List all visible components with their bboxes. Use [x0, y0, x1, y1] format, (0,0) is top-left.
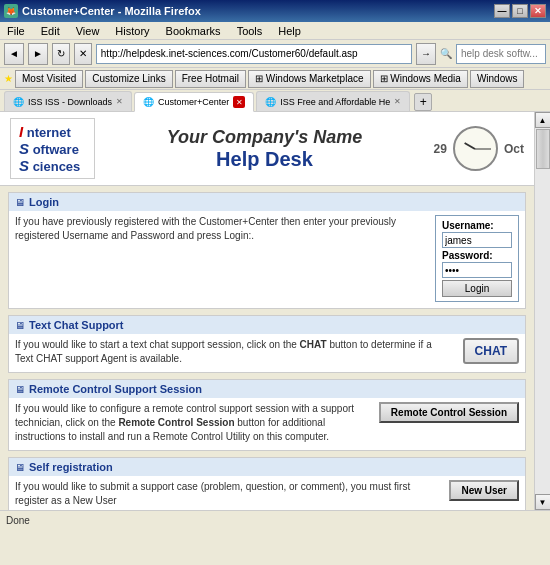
remote-body: If you would like to configure a remote …	[9, 398, 525, 450]
username-input[interactable]	[442, 232, 512, 248]
login-button[interactable]: Login	[442, 280, 512, 297]
tabs-bar: 🌐 ISS ISS - Downloads ✕ 🌐 Customer+Cente…	[0, 90, 550, 112]
registration-text: If you would like to submit a support ca…	[15, 480, 439, 508]
menu-edit[interactable]: Edit	[38, 24, 63, 38]
scroll-thumb[interactable]	[536, 129, 550, 169]
close-button[interactable]: ✕	[530, 4, 546, 18]
bookmarks-star-icon: ★	[4, 73, 13, 84]
registration-section-header: 🖥 Self registration	[9, 458, 525, 476]
stop-button[interactable]: ✕	[74, 43, 92, 65]
remote-section: 🖥 Remote Control Support Session If you …	[8, 379, 526, 451]
clock-area: 29 Oct	[434, 126, 524, 171]
search-label: 🔍	[440, 48, 452, 59]
login-section: 🖥 Login If you have previously registere…	[8, 192, 526, 309]
reload-button[interactable]: ↻	[52, 43, 70, 65]
new-tab-button[interactable]: +	[414, 93, 432, 111]
login-form: Username: Password: Login	[435, 215, 519, 302]
remote-text: If you would like to configure a remote …	[15, 402, 369, 444]
status-bar: Done	[0, 510, 550, 530]
media-icon: ⊞	[380, 73, 388, 84]
menu-history[interactable]: History	[112, 24, 152, 38]
address-bar: ◄ ► ↻ ✕ → 🔍	[0, 40, 550, 68]
maximize-button[interactable]: □	[512, 4, 528, 18]
login-form-box: Username: Password: Login	[435, 215, 519, 302]
window-controls[interactable]: — □ ✕	[494, 4, 546, 18]
company-name: Your Company's Name	[167, 127, 363, 148]
login-icon: 🖥	[15, 197, 25, 208]
new-user-button[interactable]: New User	[449, 480, 519, 501]
minimize-button[interactable]: —	[494, 4, 510, 18]
password-input[interactable]	[442, 262, 512, 278]
tab-close-button[interactable]: ✕	[233, 96, 245, 108]
forward-button[interactable]: ►	[28, 43, 48, 65]
login-title: Login	[29, 196, 59, 208]
bookmark-windows[interactable]: Windows	[470, 70, 525, 88]
registration-title: Self registration	[29, 461, 113, 473]
main-content: I nternet S oftware S ciences Your Compa…	[0, 112, 534, 510]
registration-body: If you would like to submit a support ca…	[9, 476, 525, 510]
menu-view[interactable]: View	[73, 24, 103, 38]
scrollbar[interactable]: ▲ ▼	[534, 112, 550, 510]
status-text: Done	[6, 515, 30, 526]
minute-hand	[475, 148, 491, 149]
clock	[453, 126, 498, 171]
url-input[interactable]	[96, 44, 412, 64]
search-input[interactable]	[456, 44, 546, 64]
browser-content-wrapper: I nternet S oftware S ciences Your Compa…	[0, 112, 550, 510]
help-desk-label: Help Desk	[167, 148, 363, 171]
logo-area: I nternet S oftware S ciences	[10, 118, 95, 179]
menu-bookmarks[interactable]: Bookmarks	[163, 24, 224, 38]
app-icon: 🦊	[4, 4, 18, 18]
menu-help[interactable]: Help	[275, 24, 304, 38]
remote-control-button[interactable]: Remote Control Session	[379, 402, 519, 423]
chat-body: If you would like to start a text chat s…	[9, 334, 525, 372]
go-button[interactable]: →	[416, 43, 436, 65]
chat-action: CHAT	[463, 338, 519, 364]
chat-title: Text Chat Support	[29, 319, 124, 331]
scroll-down-button[interactable]: ▼	[535, 494, 551, 510]
date-day: 29	[434, 142, 447, 156]
bookmark-customize[interactable]: Customize Links	[85, 70, 172, 88]
bookmark-marketplace[interactable]: ⊞ Windows Marketplace	[248, 70, 371, 88]
password-label: Password:	[442, 250, 512, 261]
registration-action: New User	[449, 480, 519, 501]
chat-section-header: 🖥 Text Chat Support	[9, 316, 525, 334]
username-label: Username:	[442, 220, 512, 231]
menu-tools[interactable]: Tools	[234, 24, 266, 38]
remote-action: Remote Control Session	[379, 402, 519, 423]
scroll-track	[535, 128, 551, 494]
back-button[interactable]: ◄	[4, 43, 24, 65]
window-title: Customer+Center - Mozilla Firefox	[22, 5, 201, 17]
title-bar: 🦊 Customer+Center - Mozilla Firefox — □ …	[0, 0, 550, 22]
company-info: Your Company's Name Help Desk	[167, 127, 363, 171]
tab-close-icon-3[interactable]: ✕	[394, 97, 401, 106]
login-body: If you have previously registered with t…	[9, 211, 525, 308]
chat-section: 🖥 Text Chat Support If you would like to…	[8, 315, 526, 373]
scroll-up-button[interactable]: ▲	[535, 112, 551, 128]
bookmarks-bar: ★ Most Visited Customize Links Free Hotm…	[0, 68, 550, 90]
date-month: Oct	[504, 142, 524, 156]
chat-button[interactable]: CHAT	[463, 338, 519, 364]
menu-file[interactable]: File	[4, 24, 28, 38]
menu-bar: File Edit View History Bookmarks Tools H…	[0, 22, 550, 40]
tab-iss-downloads[interactable]: 🌐 ISS ISS - Downloads ✕	[4, 91, 132, 111]
chat-icon: 🖥	[15, 320, 25, 331]
tab-customer-center[interactable]: 🌐 Customer+Center ✕	[134, 92, 254, 112]
tab-close-icon[interactable]: ✕	[116, 97, 123, 106]
remote-title: Remote Control Support Session	[29, 383, 202, 395]
site-header: I nternet S oftware S ciences Your Compa…	[0, 112, 534, 186]
chat-text: If you would like to start a text chat s…	[15, 338, 453, 366]
bookmark-most-visited[interactable]: Most Visited	[15, 70, 83, 88]
remote-icon: 🖥	[15, 384, 25, 395]
login-text: If you have previously registered with t…	[15, 215, 425, 243]
login-section-header: 🖥 Login	[9, 193, 525, 211]
marketplace-icon: ⊞	[255, 73, 263, 84]
registration-section: 🖥 Self registration If you would like to…	[8, 457, 526, 510]
bookmark-media[interactable]: ⊞ Windows Media	[373, 70, 468, 88]
bookmark-hotmail[interactable]: Free Hotmail	[175, 70, 246, 88]
remote-section-header: 🖥 Remote Control Support Session	[9, 380, 525, 398]
tab-iss-free[interactable]: 🌐 ISS Free and Affordable Help Desk S...…	[256, 91, 410, 111]
registration-icon: 🖥	[15, 462, 25, 473]
